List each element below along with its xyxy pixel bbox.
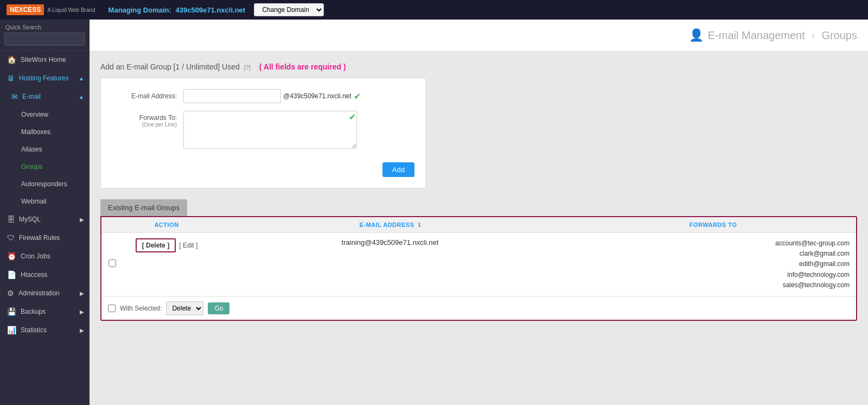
monitor-icon: 🖥 (7, 74, 15, 83)
content-area: 👤 E-mail Management › Groups Add an E-ma… (90, 20, 868, 405)
sidebar-item-webmail[interactable]: Webmail (0, 193, 90, 210)
chevron-right-icon4: ▶ (80, 327, 84, 333)
file-icon: 📄 (7, 270, 16, 279)
sidebar-label-email: E-mail (22, 93, 41, 100)
form-title-text: Add an E-mail Group [1 / Unlimited] Used (100, 62, 240, 71)
footer-checkbox[interactable] (108, 305, 116, 312)
forward-address-1: accounts@tec-group.com (577, 238, 850, 249)
chevron-right-icon: ▶ (80, 217, 84, 223)
quick-search-input[interactable] (4, 33, 85, 46)
col-checkbox (101, 217, 123, 233)
sidebar-item-mysql[interactable]: 🗄 MySQL ▶ (0, 210, 90, 229)
table-footer: With Selected: Delete Go (101, 296, 856, 320)
sidebar: Quick Search 🏠 SiteWorx Home 🖥 Hosting F… (0, 20, 90, 405)
delete-button[interactable]: [ Delete ] (136, 238, 176, 252)
required-notice: ( All fields are required ) (259, 62, 346, 71)
forwards-to-textarea[interactable] (183, 111, 357, 149)
with-selected-dropdown[interactable]: Delete (166, 301, 203, 315)
logo-text: NEXCESS (7, 4, 44, 15)
add-button[interactable]: Add (382, 162, 414, 177)
shield-icon: 🛡 (7, 233, 15, 242)
email-icon: ✉ (11, 92, 18, 101)
sidebar-label-groups: Groups (21, 163, 42, 170)
sidebar-label-overview: Overview (21, 111, 48, 118)
sidebar-item-statistics[interactable]: 📊 Statistics ▶ (0, 321, 90, 339)
existing-groups-section: Existing E-mail Groups ACTION E-MAIL ADD… (100, 199, 857, 321)
row-checkbox-cell (101, 233, 123, 296)
page-title-area: 👤 E-mail Management › Groups (689, 28, 857, 42)
groups-table: ACTION E-MAIL ADDRESS ℹ FORWARDS TO (101, 217, 856, 296)
domain-name: 439c509e71.nxcli.net (175, 6, 245, 14)
go-button[interactable]: Go (208, 302, 229, 314)
sidebar-item-hosting-features[interactable]: 🖥 Hosting Features ▲ (0, 69, 90, 87)
breadcrumb-separator: › (812, 29, 815, 42)
forward-address-2: clark@gmail.com (577, 249, 850, 259)
sidebar-item-siteworx-home[interactable]: 🏠 SiteWorx Home (0, 50, 90, 69)
sidebar-item-firewall-rules[interactable]: 🛡 Firewall Rules (0, 229, 90, 247)
row-select-checkbox[interactable] (108, 260, 116, 267)
sidebar-item-cron-jobs[interactable]: ⏰ Cron Jobs (0, 247, 90, 265)
sidebar-item-autoresponders[interactable]: Autoresponders (0, 175, 90, 193)
sidebar-item-mailboxes[interactable]: Mailboxes (0, 123, 90, 141)
topbar: NEXCESS A Liquid Web Brand Managing Doma… (0, 0, 868, 20)
home-icon: 🏠 (7, 55, 16, 64)
quick-search-label: Quick Search (0, 20, 90, 33)
logo: NEXCESS A Liquid Web Brand (7, 4, 95, 15)
col-action-header: ACTION (123, 217, 210, 233)
database-icon: 🗄 (7, 215, 15, 224)
chevron-right-icon3: ▶ (80, 309, 84, 315)
change-domain-dropdown[interactable]: Change Domain (254, 3, 324, 16)
email-value: training@439c509e71.nxcli.net (342, 238, 439, 246)
forwards-check-icon: ✔ (349, 112, 356, 122)
sidebar-label-firewall-rules: Firewall Rules (19, 234, 60, 242)
action-group: [ Delete ] [ Edit ] (130, 238, 203, 252)
groups-table-wrapper: ACTION E-MAIL ADDRESS ℹ FORWARDS TO (100, 216, 857, 321)
forward-address-3: edith@gmail.com (577, 259, 850, 269)
sidebar-label-webmail: Webmail (21, 198, 46, 205)
sidebar-email-submenu: ✉ E-mail ▲ Overview Mailboxes Aliases Gr… (0, 87, 90, 210)
chevron-up-icon2: ▲ (79, 94, 84, 100)
sidebar-item-email[interactable]: ✉ E-mail ▲ (0, 87, 90, 106)
with-selected-label: With Selected: (120, 305, 162, 312)
stats-icon: 📊 (7, 326, 16, 334)
sidebar-label-htaccess: Htaccess (21, 271, 47, 279)
action-cell: [ Delete ] [ Edit ] (123, 233, 210, 296)
page-header: 👤 E-mail Management › Groups (90, 20, 868, 52)
sidebar-item-htaccess[interactable]: 📄 Htaccess (0, 265, 90, 284)
forward-address-5: sales@technology.com (577, 280, 850, 290)
existing-groups-header: Existing E-mail Groups (100, 199, 187, 216)
email-address-row: E-mail Address: @439c509e71.nxcli.net ✔ (112, 89, 414, 103)
sidebar-label-siteworx-home: SiteWorx Home (21, 56, 66, 64)
sidebar-item-groups[interactable]: Groups (0, 158, 90, 175)
edit-link[interactable]: [ Edit ] (179, 242, 197, 249)
clock-icon: ⏰ (7, 252, 16, 261)
sidebar-item-administration[interactable]: ⚙ Administration ▶ (0, 284, 90, 302)
sidebar-label-mysql: MySQL (19, 216, 41, 223)
email-check-icon: ✔ (354, 91, 361, 102)
email-management-icon: 👤 (689, 28, 704, 42)
sidebar-label-statistics: Statistics (21, 326, 47, 334)
logo-sub: A Liquid Web Brand (47, 7, 95, 13)
email-address-input[interactable] (183, 89, 281, 103)
email-address-label: E-mail Address: (112, 89, 177, 100)
table-header-row: ACTION E-MAIL ADDRESS ℹ FORWARDS TO (101, 217, 856, 233)
sidebar-item-overview[interactable]: Overview (0, 106, 90, 123)
chevron-up-icon: ▲ (79, 75, 84, 81)
sidebar-item-aliases[interactable]: Aliases (0, 141, 90, 158)
table-row: [ Delete ] [ Edit ] training@439c509e71.… (101, 233, 856, 296)
form-button-row: Add (112, 158, 414, 177)
managing-domain-label: Managing Domain: 439c509e71.nxcli.net (108, 6, 246, 14)
forwards-sub-label: (One per Line) (112, 122, 177, 128)
add-email-group-form: E-mail Address: @439c509e71.nxcli.net ✔ … (100, 78, 426, 188)
sidebar-item-backups[interactable]: 💾 Backups ▶ (0, 302, 90, 321)
sidebar-label-cron-jobs: Cron Jobs (21, 252, 50, 260)
sidebar-label-autoresponders: Autoresponders (21, 180, 67, 188)
sidebar-label-aliases: Aliases (21, 145, 42, 153)
col-email-header: E-MAIL ADDRESS ℹ (210, 217, 570, 233)
form-section-title: Add an E-mail Group [1 / Unlimited] Used… (100, 62, 857, 71)
forward-address-4: info@technology.com (577, 270, 850, 280)
email-info-icon: ℹ (418, 222, 421, 228)
sidebar-label-backups: Backups (21, 308, 46, 315)
breadcrumb-part1: E-mail Management (708, 29, 805, 42)
sidebar-label-mailboxes: Mailboxes (21, 128, 50, 136)
